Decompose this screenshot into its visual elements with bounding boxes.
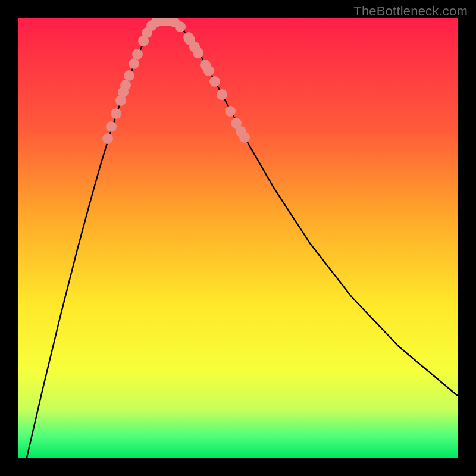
sample-point bbox=[239, 132, 250, 143]
sample-point bbox=[132, 49, 143, 60]
sample-point bbox=[124, 70, 134, 81]
sample-point bbox=[106, 121, 117, 132]
sample-point bbox=[225, 106, 236, 117]
marker-group bbox=[102, 18, 250, 144]
sample-point bbox=[217, 89, 227, 100]
sample-point bbox=[203, 65, 214, 76]
sample-point bbox=[120, 80, 131, 90]
bottleneck-curve bbox=[27, 21, 458, 458]
plot-svg bbox=[18, 18, 458, 458]
sample-point bbox=[175, 21, 186, 32]
sample-point bbox=[129, 58, 139, 69]
sample-point bbox=[193, 48, 203, 58]
sample-point bbox=[102, 133, 113, 144]
sample-point bbox=[209, 76, 220, 87]
plot-area bbox=[18, 18, 458, 458]
watermark-text: TheBottleneck.com bbox=[353, 4, 468, 19]
sample-point bbox=[111, 108, 121, 119]
